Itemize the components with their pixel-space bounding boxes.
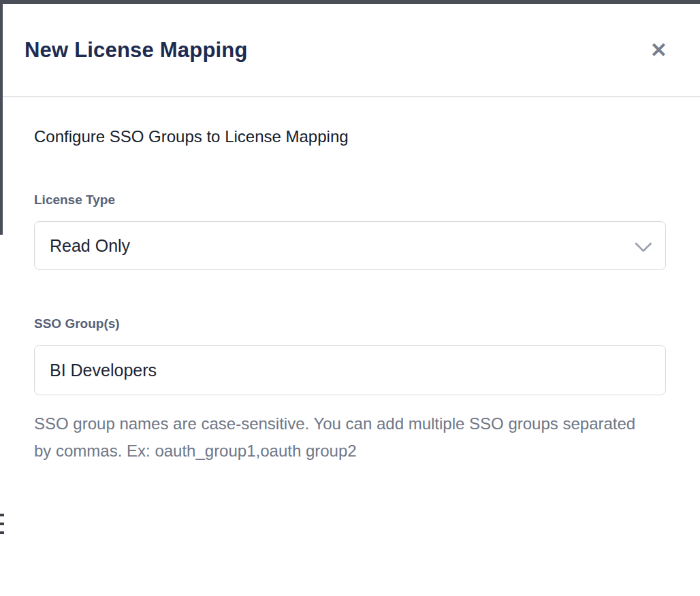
new-license-mapping-modal: New License Mapping ✕ Configure SSO Grou… [3,4,700,596]
close-icon: ✕ [650,39,667,61]
license-type-label: License Type [34,193,666,208]
license-type-selected-value: Read Only [50,236,130,256]
chevron-down-icon [635,235,652,252]
modal-title: New License Mapping [25,38,248,63]
modal-header: New License Mapping ✕ [3,4,700,97]
background-page-list-icon [0,514,4,534]
modal-body: Configure SSO Groups to License Mapping … [3,127,700,465]
sso-groups-help-text: SSO group names are case-sensitive. You … [34,410,647,465]
background-page-edge-top [0,0,700,4]
sso-groups-input[interactable] [34,345,666,395]
sso-groups-label: SSO Group(s) [34,316,666,331]
sso-groups-field: SSO Group(s) SSO group names are case-se… [34,316,666,465]
modal-subtitle: Configure SSO Groups to License Mapping [34,127,666,146]
license-type-select[interactable]: Read Only [34,221,666,270]
license-type-field: License Type Read Only [34,193,666,270]
close-button[interactable]: ✕ [648,37,670,63]
background-page-edge-left [0,0,3,235]
